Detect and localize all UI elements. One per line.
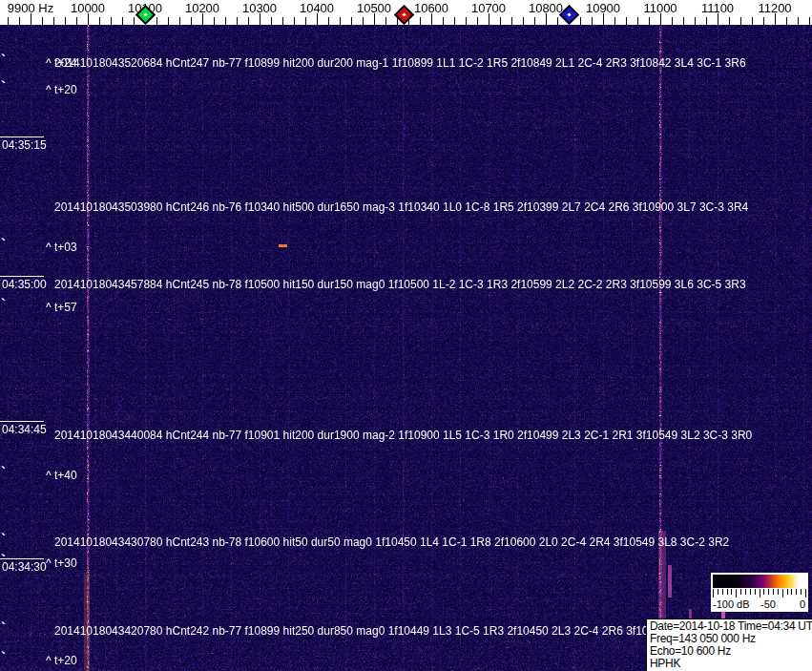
ruler-tick: [786, 17, 787, 25]
ruler-tick: [614, 17, 615, 25]
legend-tick: [787, 589, 788, 595]
ruler-tick: [8, 17, 9, 25]
spectrogram-app: 9900 Hz100001010010200103001040010500106…: [0, 0, 812, 671]
ruler-freq-label: 10500: [357, 1, 391, 15]
marker-center-dot: [143, 12, 147, 16]
marker-center-dot: [567, 12, 571, 16]
ruler-freq-label: 10000: [71, 1, 105, 15]
ruler-freq-label: 11200: [758, 1, 791, 15]
ruler-freq-label: 9900 Hz: [8, 1, 53, 15]
ruler-tick: [523, 17, 524, 25]
ruler-freq-label: 10200: [185, 1, 219, 15]
ruler-tick: [99, 17, 100, 25]
legend-tick: [755, 589, 756, 595]
legend-tick: [722, 589, 723, 595]
ruler-tick: [752, 17, 753, 25]
ruler-tick: [134, 17, 135, 25]
legend-tick: [791, 589, 792, 595]
ruler-tick: [271, 17, 272, 25]
ruler-tick: [466, 17, 467, 25]
ruler-freq-label: 10800: [529, 1, 563, 15]
ruler-tick: [294, 17, 295, 25]
ruler-tick: [340, 17, 341, 25]
status-info-box: Date=2014-10-18 Time=04:34 UTC Freq=143 …: [646, 619, 812, 671]
legend-tick: [731, 589, 732, 595]
legend-tick: [713, 589, 714, 598]
ruler-tick: [111, 17, 112, 25]
ruler-tick: [626, 17, 627, 25]
ruler-freq-label: 10300: [242, 1, 277, 15]
ruler-tick: [649, 17, 650, 25]
ruler-tick: [248, 17, 249, 25]
ruler-tick: [122, 17, 123, 25]
ruler-tick: [237, 17, 238, 25]
ruler-tick: [695, 17, 696, 25]
ruler-freq-label: 11100: [701, 1, 734, 15]
db-gradient-bar: [713, 575, 805, 588]
ruler-tick: [706, 17, 707, 25]
ruler-tick: [729, 17, 730, 25]
ruler-tick: [363, 17, 364, 25]
legend-tick: [778, 589, 779, 595]
db-label-max: 0: [800, 598, 805, 610]
db-label-mid: -50: [760, 598, 776, 610]
ruler-tick: [214, 17, 215, 25]
ruler-tick: [683, 17, 684, 25]
legend-tick: [768, 589, 769, 595]
ruler-tick: [179, 17, 180, 25]
legend-tick: [736, 589, 737, 598]
ruler-freq-label: 10900: [586, 1, 620, 15]
db-scale-legend: -100 dB -50 0: [711, 573, 808, 612]
ruler-tick: [592, 17, 593, 25]
ruler-tick: [500, 17, 501, 25]
legend-tick: [782, 589, 783, 598]
ruler-tick: [557, 17, 558, 25]
ruler-tick: [637, 17, 638, 25]
ruler-tick: [282, 17, 283, 25]
ruler-tick: [740, 17, 741, 25]
ruler-tick: [534, 17, 535, 25]
legend-tick: [763, 589, 764, 595]
legend-tick: [718, 589, 718, 595]
ruler-tick: [225, 17, 226, 25]
ruler-tick: [328, 17, 329, 25]
ruler-freq-label: 11000: [643, 1, 677, 15]
spectrogram-waterfall: [0, 25, 812, 671]
ruler-tick: [191, 17, 192, 25]
ruler-tick: [443, 17, 444, 25]
ruler-tick: [65, 17, 66, 25]
ruler-freq-label: 10700: [471, 1, 506, 15]
ruler-tick: [763, 17, 764, 25]
ruler-tick: [420, 17, 421, 25]
ruler-tick: [76, 17, 77, 25]
marker-center-dot: [403, 12, 406, 16]
legend-tick: [801, 589, 802, 595]
legend-tick: [805, 589, 806, 598]
ruler-tick: [798, 17, 799, 25]
legend-tick: [740, 589, 741, 595]
ruler-tick: [305, 17, 306, 25]
ruler-tick: [580, 17, 581, 25]
legend-tick: [796, 589, 797, 595]
legend-tick: [727, 589, 728, 595]
ruler-tick: [168, 17, 169, 25]
ruler-tick: [42, 17, 43, 25]
ruler-tick: [672, 17, 673, 25]
ruler-tick: [511, 17, 512, 25]
ruler-tick: [809, 17, 810, 25]
legend-tick: [773, 589, 774, 595]
ruler-tick: [385, 17, 386, 25]
ruler-tick: [19, 17, 20, 25]
ruler-tick: [53, 17, 54, 25]
ruler-freq-label: 10600: [414, 1, 448, 15]
ruler-tick: [454, 17, 455, 25]
ruler-tick: [156, 17, 157, 25]
frequency-ruler: 9900 Hz100001010010200103001040010500106…: [0, 0, 812, 25]
ruler-freq-label: 10400: [300, 1, 334, 15]
legend-tick: [750, 589, 751, 595]
legend-tick: [745, 589, 746, 595]
info-station: HPHK: [650, 658, 812, 670]
legend-tick: [760, 589, 760, 598]
ruler-tick: [477, 17, 478, 25]
db-label-min: -100 dB: [713, 598, 750, 610]
